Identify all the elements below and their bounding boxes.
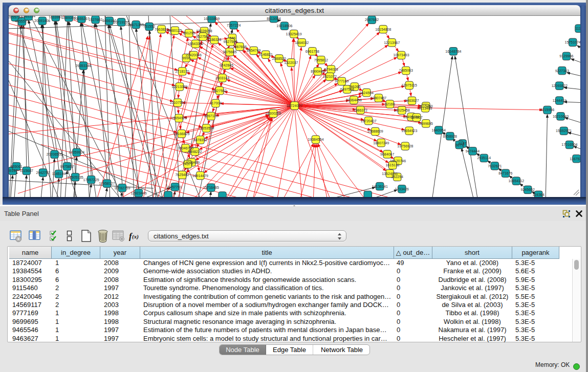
svg-text:15720407: 15720407 (361, 119, 377, 123)
svg-text:10025458: 10025458 (394, 108, 410, 112)
svg-text:20364456: 20364456 (346, 98, 362, 102)
svg-text:9474444: 9474444 (466, 149, 480, 153)
svg-text:19218506: 19218506 (276, 24, 292, 28)
svg-text:16782759: 16782759 (114, 186, 130, 190)
svg-text:17016504: 17016504 (561, 143, 577, 146)
svg-text:751552: 751552 (143, 25, 155, 28)
svg-text:4055571: 4055571 (15, 19, 29, 23)
svg-text:1115687: 1115687 (20, 169, 33, 172)
svg-text:17957225: 17957225 (83, 178, 99, 182)
svg-text:2935114: 2935114 (477, 156, 491, 160)
svg-text:19384554: 19384554 (308, 138, 323, 141)
svg-text:2055724: 2055724 (9, 16, 22, 19)
svg-text:12923446: 12923446 (130, 191, 146, 195)
svg-text:1640954: 1640954 (432, 128, 446, 132)
svg-text:13325419: 13325419 (286, 32, 302, 36)
svg-text:9777169: 9777169 (335, 79, 349, 83)
svg-text:62160: 62160 (385, 102, 395, 106)
svg-text:8878352: 8878352 (193, 138, 207, 142)
svg-text:10654112: 10654112 (509, 179, 525, 183)
svg-text:10655267: 10655267 (74, 17, 90, 20)
svg-text:9242845: 9242845 (220, 63, 233, 67)
svg-text:8958928: 8958928 (443, 135, 457, 138)
svg-text:891295: 891295 (183, 31, 195, 35)
svg-text:12505135: 12505135 (68, 176, 83, 179)
svg-text:9245652: 9245652 (521, 188, 535, 191)
svg-text:1167533: 1167533 (570, 157, 580, 161)
svg-text:8427552: 8427552 (213, 89, 227, 93)
svg-text:1633991: 1633991 (49, 16, 62, 19)
svg-text:22420046: 22420046 (186, 53, 202, 57)
svg-text:10719155: 10719155 (114, 20, 129, 24)
svg-text:15692971: 15692971 (556, 129, 572, 133)
svg-text:19654925: 19654925 (171, 116, 187, 120)
svg-text:11353594: 11353594 (199, 126, 214, 130)
svg-text:18226058: 18226058 (197, 29, 212, 33)
svg-text:39157: 39157 (9, 169, 18, 172)
svg-text:2718170: 2718170 (175, 70, 189, 73)
svg-text:9146821: 9146821 (259, 53, 273, 56)
svg-text:16033809: 16033809 (204, 17, 220, 20)
svg-text:1621072: 1621072 (323, 75, 337, 78)
svg-text:184957: 184957 (410, 116, 422, 119)
svg-text:2803144: 2803144 (215, 76, 229, 80)
svg-text:7955812: 7955812 (314, 58, 328, 62)
svg-text:16671355: 16671355 (128, 23, 144, 27)
svg-text:1244419: 1244419 (553, 99, 567, 102)
svg-text:16543382: 16543382 (188, 42, 204, 46)
svg-text:9129966: 9129966 (559, 54, 573, 58)
svg-text:1864032: 1864032 (295, 41, 309, 45)
svg-text:1061234: 1061234 (21, 16, 35, 18)
svg-text:8267110: 8267110 (204, 114, 218, 118)
svg-text:9975857: 9975857 (60, 165, 74, 168)
svg-text:16154808: 16154808 (375, 28, 391, 31)
svg-text:746266: 746266 (349, 85, 360, 89)
svg-text:19654923: 19654923 (401, 129, 417, 133)
svg-text:16914479: 16914479 (192, 174, 208, 178)
svg-text:1112: 1112 (575, 27, 580, 30)
svg-text:7357224: 7357224 (227, 24, 241, 27)
svg-text:8215956: 8215956 (540, 108, 554, 112)
svg-text:10807487: 10807487 (371, 96, 386, 100)
svg-text:(x): (x) (132, 233, 139, 240)
svg-text:10107553: 10107553 (169, 101, 185, 104)
svg-text:7663822: 7663822 (155, 28, 168, 31)
svg-text:555061: 555061 (10, 165, 22, 168)
svg-text:7485063: 7485063 (399, 69, 413, 72)
svg-text:7986372: 7986372 (354, 108, 367, 112)
svg-text:7625402: 7625402 (175, 173, 189, 177)
svg-text:6671: 6671 (455, 143, 464, 147)
svg-text:8990448: 8990448 (311, 70, 324, 73)
svg-text:14136141: 14136141 (372, 185, 388, 188)
svg-text:20691406: 20691406 (34, 19, 50, 23)
svg-text:12213967: 12213967 (384, 41, 400, 45)
svg-text:12093822: 12093822 (552, 84, 568, 87)
svg-text:6794028: 6794028 (324, 68, 338, 71)
svg-text:9463627: 9463627 (405, 99, 419, 102)
svg-text:29353346: 29353346 (75, 64, 91, 68)
svg-text:5498222: 5498222 (188, 150, 202, 154)
svg-text:2087682: 2087682 (365, 18, 379, 21)
svg-text:546: 546 (229, 36, 235, 40)
svg-text:16210643: 16210643 (553, 115, 569, 118)
svg-text:18300295: 18300295 (265, 112, 281, 115)
svg-text:16648784: 16648784 (445, 50, 461, 53)
svg-text:18807249: 18807249 (373, 141, 389, 145)
svg-text:12213389: 12213389 (171, 85, 187, 89)
svg-text:18724007: 18724007 (287, 104, 302, 107)
svg-text:19166825: 19166825 (173, 132, 189, 136)
svg-text:8471676: 8471676 (498, 171, 512, 175)
svg-text:124364: 124364 (533, 193, 545, 196)
svg-text:10688609: 10688609 (367, 129, 383, 133)
svg-text:2067608: 2067608 (233, 45, 247, 49)
svg-text:20206505: 20206505 (47, 152, 62, 156)
svg-text:8813054: 8813054 (267, 17, 280, 20)
svg-text:9684067: 9684067 (380, 152, 394, 156)
svg-text:2588520: 2588520 (272, 57, 286, 60)
svg-text:9699695: 9699695 (419, 122, 433, 125)
svg-text:15716485: 15716485 (203, 186, 219, 189)
svg-text:10973493: 10973493 (394, 53, 409, 57)
svg-text:6961758: 6961758 (306, 50, 319, 53)
svg-text:1527602: 1527602 (89, 18, 102, 21)
svg-text:252254: 252254 (391, 175, 403, 179)
